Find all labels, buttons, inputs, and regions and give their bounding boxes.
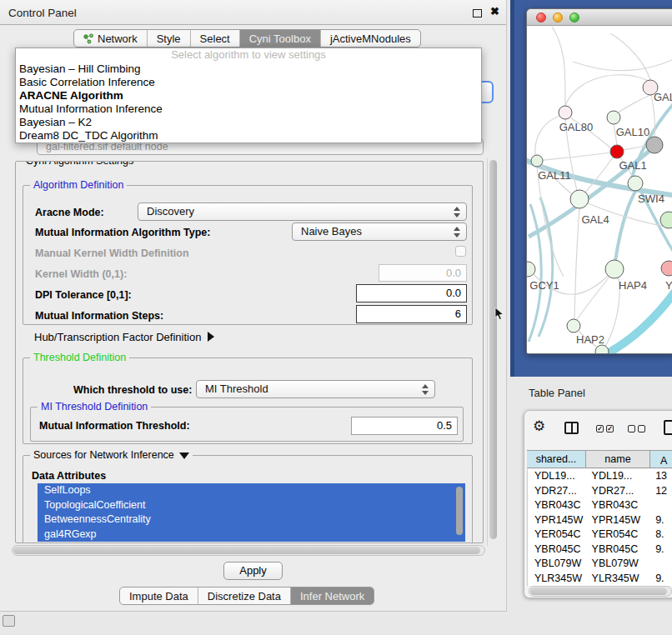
mi-steps-field[interactable]: 6	[356, 305, 467, 323]
network-node[interactable]	[646, 137, 663, 153]
network-edge[interactable]	[610, 33, 650, 80]
select-all-columns-icon[interactable]: ✓ ✓	[596, 425, 614, 432]
tab-network[interactable]: Network	[74, 30, 147, 47]
network-edge[interactable]	[615, 190, 636, 261]
algorithm-option[interactable]: Bayesian – K2	[16, 116, 481, 129]
float-panel-icon[interactable]	[473, 9, 482, 18]
network-node[interactable]	[559, 106, 572, 119]
tab-impute-data[interactable]: Impute Data	[120, 588, 198, 604]
document-icon[interactable]	[664, 420, 672, 435]
panel-title: Control Panel	[8, 7, 77, 19]
table-row[interactable]: YPR145WYPR145W9.	[528, 513, 672, 528]
dpi-tolerance-field[interactable]: 0.0	[356, 284, 467, 302]
network-canvas[interactable]: GALGAL80GAL10GAL1GAL11SWI4GAL4GCY1HAP4YH…	[527, 27, 672, 354]
which-threshold-combobox[interactable]: MI Threshold	[196, 380, 435, 398]
network-node[interactable]	[607, 111, 620, 124]
network-edge[interactable]	[574, 208, 579, 319]
attribute-list-item[interactable]: TopologicalCoefficient	[38, 498, 465, 513]
settings-horizontal-scrollbar[interactable]	[12, 545, 485, 556]
close-traffic-light-icon[interactable]	[536, 12, 546, 22]
network-node-label: GAL1	[619, 159, 646, 172]
column-browser-icon[interactable]	[564, 422, 579, 434]
mi-steps-label: Mutual Information Steps:	[35, 310, 163, 322]
network-node[interactable]	[570, 190, 589, 208]
network-edge[interactable]	[577, 276, 610, 320]
tab-label: Select	[200, 32, 230, 45]
network-node[interactable]	[610, 145, 624, 158]
network-node[interactable]	[531, 155, 543, 167]
network-view-content[interactable]: GALGAL80GAL10GAL1GAL11SWI4GAL4GCY1HAP4YH…	[527, 27, 672, 354]
algorithm-dropdown-popup: Select algorithm to view settings Bayesi…	[15, 48, 482, 143]
network-node-label: GAL80	[559, 121, 593, 133]
aracne-mode-combobox[interactable]: Discovery	[138, 202, 467, 221]
network-edge[interactable]	[535, 116, 560, 156]
unselect-all-columns-icon[interactable]	[628, 425, 645, 432]
table-panel-title: Table Panel	[529, 387, 585, 399]
network-node[interactable]	[661, 261, 672, 276]
network-node-label: HAP4	[619, 279, 647, 292]
network-node[interactable]	[628, 176, 643, 191]
network-edge[interactable]	[565, 75, 649, 106]
close-icon[interactable]: ✖	[490, 5, 499, 18]
algorithm-option[interactable]: Dream8 DC_TDC Algorithm	[16, 129, 481, 142]
network-node-label: SWI4	[638, 192, 664, 205]
bottom-tab-bar: Impute Data Discretize Data Infer Networ…	[119, 587, 374, 605]
table-row[interactable]: YDR27...YDR27...12	[528, 484, 672, 499]
manual-kernel-checkbox[interactable]	[455, 246, 466, 257]
network-edge[interactable]	[573, 58, 672, 71]
table-row[interactable]: YER054CYER054C8.	[528, 528, 672, 542]
algorithm-option[interactable]: Basic Correlation Inference	[16, 76, 481, 89]
table-row[interactable]: YLR345WYLR345W9.	[528, 572, 672, 587]
column-header-name[interactable]: name	[586, 451, 650, 468]
algorithm-popup-list: Bayesian – Hill ClimbingBasic Correlatio…	[16, 62, 481, 142]
minimize-traffic-light-icon[interactable]	[553, 12, 563, 22]
network-edge[interactable]	[543, 152, 610, 160]
zoom-traffic-light-icon[interactable]	[569, 12, 579, 22]
table-row[interactable]: YDL19...YDL19...13	[528, 469, 672, 484]
table-row[interactable]: YBL079WYBL079W	[528, 557, 672, 572]
mi-type-combobox[interactable]: Naive Bayes	[292, 222, 467, 241]
network-node[interactable]	[595, 345, 609, 354]
algorithm-option[interactable]: ARACNE Algorithm	[16, 89, 481, 102]
network-edge[interactable]	[552, 27, 565, 106]
tab-jactivemnodules[interactable]: jActiveMNodules	[320, 30, 420, 47]
attribute-list-item[interactable]: BetweennessCentrality	[38, 512, 465, 528]
mi-threshold-field[interactable]: 0.5	[351, 417, 458, 435]
settings-vertical-scrollbar[interactable]	[487, 158, 498, 546]
attribute-list-item[interactable]: gal4RGexp	[38, 528, 465, 542]
hub-definition-toggle[interactable]: Hub/Transcription Factor Definition	[34, 331, 214, 343]
tab-discretize-data[interactable]: Discretize Data	[198, 588, 290, 604]
tab-infer-network[interactable]: Infer Network	[290, 588, 374, 604]
tab-cyni-toolbox[interactable]: Cyni Toolbox	[239, 30, 320, 47]
stepper-icon	[454, 227, 460, 238]
network-edge[interactable]	[617, 95, 650, 113]
attribute-list-scrollbar[interactable]	[456, 487, 463, 535]
table-cell: YPR145W	[587, 513, 651, 528]
tab-style[interactable]: Style	[147, 30, 190, 47]
kernel-width-field[interactable]: 0.0	[379, 264, 467, 282]
network-view-window[interactable]: GALGAL80GAL10GAL1GAL11SWI4GAL4GCY1HAP4YH…	[526, 8, 672, 354]
network-edge[interactable]	[600, 282, 672, 354]
column-header-shared-name[interactable]: shared...	[527, 451, 586, 468]
network-edge[interactable]	[605, 278, 619, 347]
network-node[interactable]	[567, 319, 580, 332]
table-horizontal-scrollbar[interactable]	[529, 586, 672, 597]
minimized-panel-icon[interactable]	[3, 615, 15, 627]
sources-title-row[interactable]: Sources for Network Inference	[30, 449, 193, 461]
table-cell: YBR045C	[587, 542, 651, 558]
network-window-titlebar[interactable]	[527, 9, 672, 26]
table-row[interactable]: YBR043CYBR043C	[528, 498, 672, 513]
network-node-label: GAL4	[581, 213, 609, 226]
network-node[interactable]	[605, 260, 624, 278]
column-header-partial[interactable]: A	[650, 451, 672, 468]
apply-button[interactable]: Apply	[223, 562, 283, 580]
algorithm-option[interactable]: Bayesian – Hill Climbing	[16, 62, 481, 76]
table-cell: YLR345W	[528, 572, 587, 587]
table-row[interactable]: YBR045CYBR045C9.	[528, 542, 672, 558]
attribute-list-item[interactable]: SelfLoops	[38, 483, 465, 498]
algorithm-option[interactable]: Mutual Information Inference	[16, 102, 481, 116]
attribute-list[interactable]: SelfLoopsTopologicalCoefficientBetweenne…	[38, 483, 465, 542]
gear-icon[interactable]: ⚙	[533, 419, 545, 433]
tab-select[interactable]: Select	[190, 30, 239, 47]
table-cell: 8.	[650, 528, 672, 542]
